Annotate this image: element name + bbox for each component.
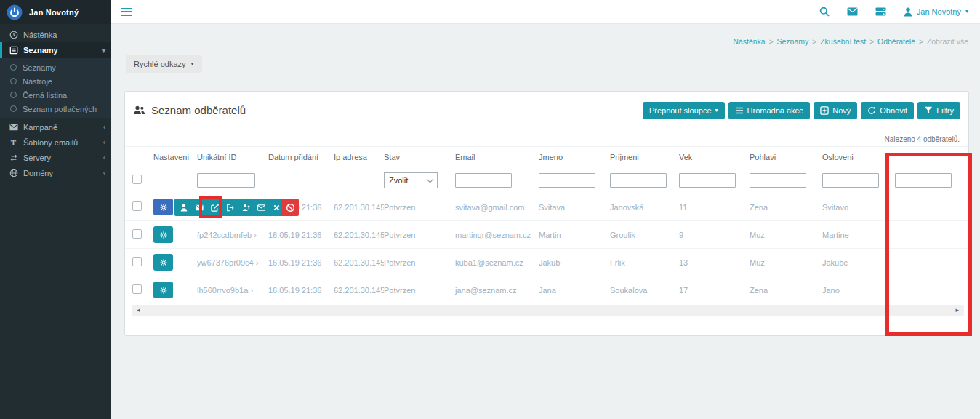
ban-button[interactable] [281, 199, 299, 216]
sidebar-item-label: Nástěnka [23, 31, 57, 39]
row-checkbox[interactable] [132, 229, 142, 239]
column-header-vek[interactable]: Vek [679, 153, 750, 161]
toggle-columns-button[interactable]: Přepnout sloupce ▾ [643, 102, 725, 119]
user-icon[interactable] [180, 204, 188, 212]
filter-unikatni-id-input[interactable] [197, 173, 255, 188]
circle-icon [10, 78, 17, 84]
sidebar-submenu-seznamy: Seznamy Nástroje Černá listina Seznam po… [0, 58, 111, 118]
breadcrumb-link[interactable]: Odběratelé [877, 37, 915, 46]
breadcrumb-separator: > [769, 38, 774, 46]
row-uid[interactable]: yw67376pr09c4 › [197, 258, 268, 267]
panel-header: Seznam odběratelů Přepnout sloupce ▾ Hro… [125, 92, 968, 129]
row-osloveni: Svitavo [822, 203, 895, 212]
list-icon [9, 46, 18, 55]
refresh-button[interactable]: Obnovit [861, 102, 914, 119]
mail-icon[interactable] [847, 7, 858, 16]
column-header-ip-adresa[interactable]: Ip adresa [334, 153, 384, 161]
column-header-jmeno[interactable]: Jmeno [539, 153, 610, 161]
bulk-action-button[interactable]: Hromadná akce [728, 102, 811, 119]
new-button[interactable]: Nový [814, 102, 857, 119]
filter-extra-input[interactable] [895, 173, 952, 188]
row-email: kuba1@seznam.cz [455, 258, 539, 267]
column-header-prijmeni[interactable]: Prijmeni [610, 153, 679, 161]
page-title: Seznam odběratelů [133, 104, 246, 116]
filter-vek-input[interactable] [679, 173, 736, 188]
app-logo[interactable]: Jan Novotný [0, 0, 111, 24]
edit-icon[interactable] [211, 204, 219, 212]
breadcrumb: Nástěnka > Seznamy > Zkušební test > Odb… [733, 37, 968, 46]
column-header-datum-pridani[interactable]: Datum přidání [268, 153, 334, 161]
submenu-item-seznamy[interactable]: Seznamy [0, 60, 111, 74]
row-stav: Potvrzen [384, 231, 455, 239]
breadcrumb-separator: > [869, 38, 874, 46]
chevron-left-icon: ‹ [103, 138, 105, 146]
row-uid[interactable]: lh560rrvo9b1a › [197, 286, 268, 295]
sidebar-item-nastenka[interactable]: Nástěnka [0, 27, 111, 42]
search-icon[interactable] [819, 7, 830, 17]
mail-icon[interactable] [196, 204, 204, 211]
users-icon [133, 105, 145, 115]
quick-links-button[interactable]: Rychlé odkazy ▾ [126, 55, 202, 73]
filter-jmeno-input[interactable] [539, 173, 595, 188]
submenu-item-cerna-listina[interactable]: Černá listina [0, 88, 111, 102]
sidebar: Jan Novotný Nástěnka Seznamy ▾ Seznamy N… [0, 0, 111, 419]
breadcrumb-link[interactable]: Seznamy [777, 37, 809, 46]
sidebar-item-servery[interactable]: Servery ‹ [0, 150, 111, 165]
column-header-unikatni-id[interactable]: Unikátní ID [197, 153, 268, 161]
row-settings-button[interactable] [153, 254, 173, 271]
filters-button[interactable]: Filtry [917, 102, 960, 119]
circle-icon [10, 105, 17, 112]
filter-osloveni-input[interactable] [822, 173, 879, 188]
table-header-row: Nastaveni Unikátní ID Datum přidání Ip a… [125, 146, 968, 167]
row-settings-button[interactable] [153, 226, 173, 243]
server-icon[interactable] [875, 7, 886, 16]
menu-toggle-icon[interactable] [121, 8, 132, 16]
select-all-checkbox[interactable] [132, 175, 142, 184]
sidebar-item-seznamy[interactable]: Seznamy ▾ [0, 42, 111, 58]
column-header-nastaveni[interactable]: Nastaveni [153, 153, 197, 161]
row-ip: 62.201.30.145 [334, 286, 384, 295]
column-header-pohlavi[interactable]: Pohlavi [750, 153, 822, 161]
subscriber-row: lh560rrvo9b1a › 16.05.19 21:36 62.201.30… [125, 276, 968, 303]
subscriber-row: fp242ccdbmfeb › 16.05.19 21:36 62.201.30… [125, 220, 968, 248]
ban-icon [286, 203, 295, 212]
scroll-right-icon[interactable]: ▸ [955, 305, 959, 316]
close-icon[interactable] [273, 204, 280, 211]
column-header-osloveni[interactable]: Osloveni [822, 153, 895, 161]
row-checkbox[interactable] [132, 257, 142, 266]
row-checkbox[interactable] [132, 201, 142, 211]
sidebar-item-kampane[interactable]: Kampaně ‹ [0, 119, 111, 135]
row-uid[interactable]: fp242ccdbmfeb › [197, 231, 268, 239]
filter-pohlavi-input[interactable] [750, 173, 806, 188]
column-header-email[interactable]: Email [455, 153, 539, 161]
user-menu[interactable]: Jan Novotný ▾ [904, 7, 968, 17]
mail-open-icon[interactable] [257, 204, 265, 211]
sidebar-item-sablony-emailu[interactable]: T Šablony emailů ‹ [0, 135, 111, 150]
user-arrow-icon[interactable] [242, 204, 250, 212]
row-checkbox[interactable] [132, 284, 142, 294]
mail-icon [9, 124, 18, 131]
filter-email-input[interactable] [455, 173, 512, 188]
breadcrumb-link[interactable]: Nástěnka [733, 37, 765, 46]
toggle-columns-label: Přepnout sloupce [649, 106, 712, 115]
list-lines-icon [735, 107, 744, 114]
chevron-left-icon: ‹ [103, 123, 105, 131]
sidebar-item-domeny[interactable]: Domény ‹ [0, 165, 111, 180]
signout-icon[interactable] [226, 204, 234, 212]
row-datum: 16.05.19 21:36 [268, 258, 334, 267]
filter-stav-select[interactable]: Zvolit [384, 172, 438, 188]
row-osloveni: Martine [822, 231, 895, 239]
submenu-item-seznam-potlacenych[interactable]: Seznam potlačených [0, 102, 111, 116]
row-settings-button[interactable] [153, 282, 173, 298]
row-stav: Potvrzen [384, 203, 455, 212]
circle-icon [10, 92, 17, 98]
column-header-stav[interactable]: Stav [384, 153, 455, 161]
filter-prijmeni-input[interactable] [610, 173, 667, 188]
refresh-icon [867, 106, 876, 115]
filter-stav-value: Zvolit [389, 176, 408, 185]
submenu-item-nastroje[interactable]: Nástroje [0, 74, 111, 88]
row-settings-button[interactable] [153, 199, 173, 215]
scroll-left-icon[interactable]: ◂ [137, 305, 140, 316]
horizontal-scrollbar[interactable]: ◂ ▸ [132, 305, 964, 316]
breadcrumb-link[interactable]: Zkušební test [820, 37, 866, 46]
